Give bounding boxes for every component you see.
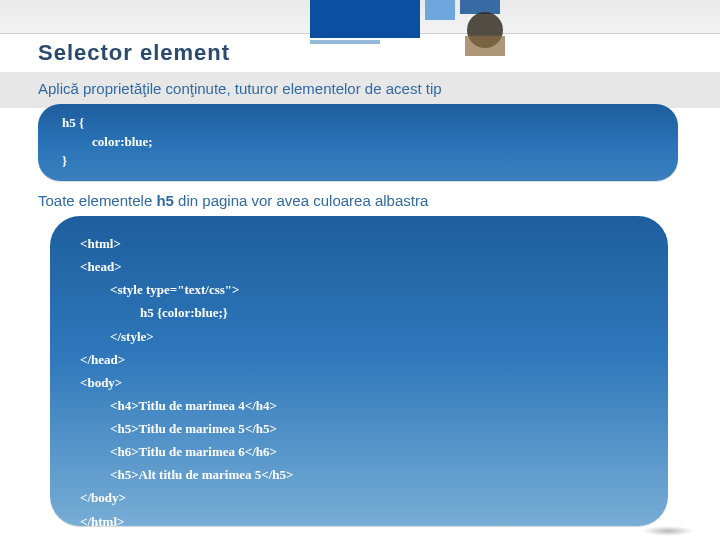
html-code-block: <html> <head> <style type="text/css"> h5…: [50, 216, 668, 526]
code-line: h5 {color:blue;}: [80, 301, 638, 324]
subtitle-description: Aplică proprietăţile conţinute, tuturor …: [38, 80, 442, 97]
top-gradient-bar: [0, 0, 720, 34]
code-line: <h5>Titlu de marimea 5</h5>: [80, 417, 638, 440]
code-line: </html>: [80, 510, 638, 533]
subtitle-explanation: Toate elementele h5 din pagina vor avea …: [38, 192, 428, 209]
text-suffix: din pagina vor avea culoarea albastra: [174, 192, 428, 209]
code-line: color:blue;: [62, 133, 654, 152]
code-line: h5 {: [62, 115, 84, 130]
code-line: }: [62, 153, 67, 168]
code-line: <h5>Alt titlu de marimea 5</h5>: [80, 463, 638, 486]
code-line: <body>: [80, 371, 638, 394]
code-line: </body>: [80, 486, 638, 509]
code-line: <h4>Titlu de marimea 4</h4>: [80, 394, 638, 417]
text-bold: h5: [156, 192, 174, 209]
code-line: </head>: [80, 348, 638, 371]
svg-rect-5: [465, 36, 505, 56]
code-line: </style>: [80, 325, 638, 348]
corner-shadow: [642, 526, 694, 536]
code-line: <style type="text/css">: [80, 278, 638, 301]
code-line: <h6>Titlu de marimea 6</h6>: [80, 440, 638, 463]
code-line: <head>: [80, 255, 638, 278]
text-prefix: Toate elementele: [38, 192, 156, 209]
css-code-block: h5 { color:blue; }: [38, 104, 678, 181]
page-title: Selector element: [38, 40, 230, 66]
code-line: <html>: [80, 232, 638, 255]
svg-rect-3: [310, 40, 380, 44]
